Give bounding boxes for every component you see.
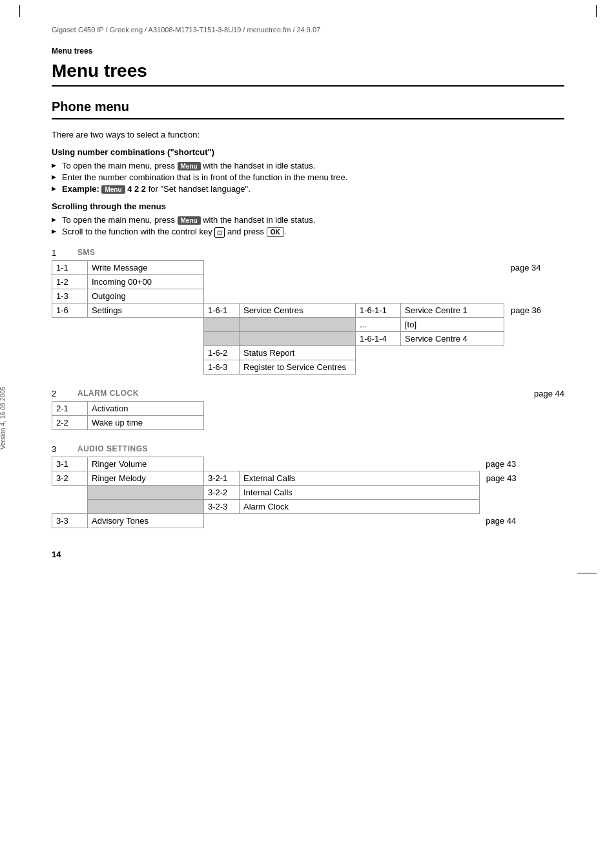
table-row: 1-3 Outgoing xyxy=(52,289,565,303)
table-row: 1-6-1-4 Service Centre 4 xyxy=(52,331,565,345)
cell: Wake up time xyxy=(88,415,204,429)
cell: 1-2 xyxy=(52,274,88,289)
cell: Settings xyxy=(88,303,204,317)
menu-3-header: 3 Audio Settings xyxy=(52,442,564,457)
cell xyxy=(52,317,88,331)
cell xyxy=(356,345,565,360)
cell: page 44 xyxy=(479,513,564,528)
doc-header: Gigaset C450 IP / Greek eng / A31008-M17… xyxy=(52,26,564,34)
cell: [to] xyxy=(401,317,504,331)
main-title: Menu trees xyxy=(52,61,564,81)
cell: Write Message xyxy=(88,260,204,274)
cell xyxy=(88,499,204,513)
cell: page 43 xyxy=(479,457,564,471)
cell: 1-6-1-1 xyxy=(356,303,401,317)
table-row: 3-2-3 Alarm Clock xyxy=(52,499,564,513)
using-number-list: To open the main menu, press Menu with t… xyxy=(52,161,564,194)
table-row: 3-1 Ringer Volume page 43 xyxy=(52,457,564,471)
menu-3-num: 3 xyxy=(52,444,77,454)
cell: 3-2 xyxy=(52,471,88,485)
cell xyxy=(52,485,88,499)
cell: Advisory Tones xyxy=(88,513,204,528)
cell: page 43 xyxy=(479,471,564,485)
menu-2-title: Alarm Clock xyxy=(77,389,139,398)
cell xyxy=(88,485,204,499)
ctrl-key-icon: ⊡ xyxy=(214,227,225,238)
cell: Status Report xyxy=(240,345,356,360)
cell: 3-1 xyxy=(52,457,88,471)
table-row: 2-2 Wake up time xyxy=(52,415,564,429)
table-row: 1-2 Incoming 00+00 xyxy=(52,274,565,289)
table-row: ... [to] xyxy=(52,317,565,331)
cell: 1-6 xyxy=(52,303,88,317)
cell xyxy=(88,317,204,331)
cell: page 34 xyxy=(504,260,565,274)
cell xyxy=(204,274,565,289)
sub-title-underline xyxy=(52,118,564,119)
cell xyxy=(204,317,240,331)
cell: 1-1 xyxy=(52,260,88,274)
cell: Incoming 00+00 xyxy=(88,274,204,289)
cell xyxy=(52,331,88,345)
table-row: 3-2 Ringer Melody 3-2-1 External Calls p… xyxy=(52,471,564,485)
cell xyxy=(504,331,565,345)
menu-1-num: 1 xyxy=(52,248,77,258)
cell xyxy=(504,317,565,331)
bullet-3: Example: Menu 4 2 2 for "Set handset lan… xyxy=(52,184,564,194)
cell xyxy=(204,457,480,471)
menu-key-3: Menu xyxy=(178,216,201,225)
cell xyxy=(88,360,204,374)
bullet-2: Enter the number combination that is in … xyxy=(52,172,564,182)
cell xyxy=(356,360,565,374)
menu-1-title: SMS xyxy=(77,248,96,257)
cell xyxy=(204,331,240,345)
cell xyxy=(204,401,564,415)
menu-3-title: Audio Settings xyxy=(77,444,148,453)
table-row: 1-1 Write Message page 34 xyxy=(52,260,565,274)
cell: 3-2-3 xyxy=(204,499,240,513)
cell: 3-3 xyxy=(52,513,88,528)
menu-3-table: 3-1 Ringer Volume page 43 3-2 Ringer Mel… xyxy=(52,457,564,528)
cell: Ringer Volume xyxy=(88,457,204,471)
cell: Service Centre 1 xyxy=(401,303,504,317)
cell: 2-2 xyxy=(52,415,88,429)
cell: 1-6-2 xyxy=(204,345,240,360)
cell: Internal Calls xyxy=(240,485,480,499)
scrolling-title: Scrolling through the menus xyxy=(52,201,564,211)
cell: 3-2-1 xyxy=(204,471,240,485)
cell xyxy=(204,513,480,528)
scrolling-list: To open the main menu, press Menu with t… xyxy=(52,215,564,238)
menu-key-1: Menu xyxy=(178,162,201,170)
cell xyxy=(479,499,564,513)
table-row: 1-6 Settings 1-6-1 Service Centres 1-6-1… xyxy=(52,303,565,317)
title-underline xyxy=(52,85,564,87)
page-number: 14 xyxy=(52,550,61,559)
intro-text: There are two ways to select a function: xyxy=(52,130,564,139)
cell xyxy=(52,499,88,513)
using-number-title: Using number combinations ("shortcut") xyxy=(52,147,564,157)
cell xyxy=(204,260,504,274)
menu-key-2: Menu xyxy=(101,185,125,194)
menu-1-table: 1-1 Write Message page 34 1-2 Incoming 0… xyxy=(52,260,564,375)
scroll-bullet-1: To open the main menu, press Menu with t… xyxy=(52,215,564,225)
cell: 1-3 xyxy=(52,289,88,303)
menu-section-1: 1 SMS 1-1 Write Message page 34 1-2 Inco… xyxy=(52,245,564,375)
cell xyxy=(240,331,356,345)
menu-2-num: 2 xyxy=(52,389,77,398)
cell xyxy=(479,485,564,499)
menu-2-page: page 44 xyxy=(534,389,564,398)
menu-2-header: 2 Alarm Clock page 44 xyxy=(52,386,564,401)
cell: page 36 xyxy=(504,303,565,317)
cell: Alarm Clock xyxy=(240,499,480,513)
table-row: 3-2-2 Internal Calls xyxy=(52,485,564,499)
table-row: 2-1 Activation xyxy=(52,401,564,415)
cell xyxy=(88,345,204,360)
cell: 2-1 xyxy=(52,401,88,415)
menu-section-3: 3 Audio Settings 3-1 Ringer Volume page … xyxy=(52,442,564,528)
ok-key: OK xyxy=(267,227,284,237)
section-label: Menu trees xyxy=(52,46,564,56)
cell: Service Centre 4 xyxy=(401,331,504,345)
cell: Outgoing xyxy=(88,289,204,303)
cell: Activation xyxy=(88,401,204,415)
cell xyxy=(52,360,88,374)
